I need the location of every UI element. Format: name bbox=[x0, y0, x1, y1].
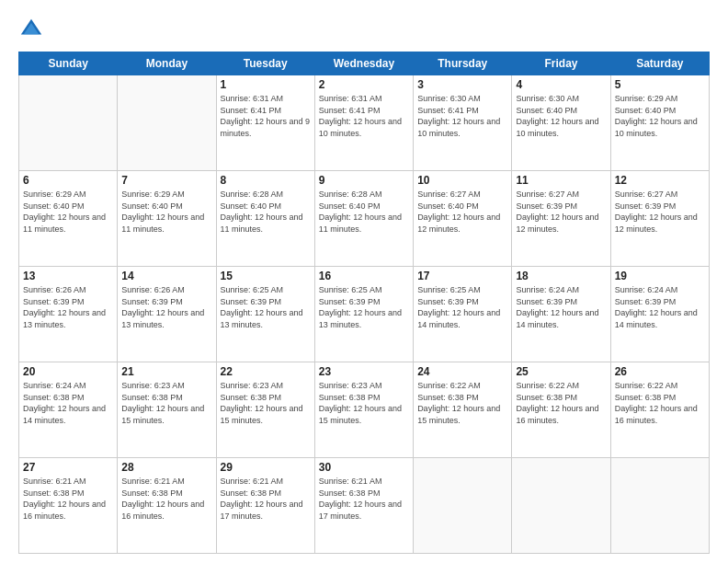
calendar-cell: 25Sunrise: 6:22 AM Sunset: 6:38 PM Dayli… bbox=[512, 362, 610, 458]
day-number: 18 bbox=[516, 270, 606, 282]
day-number: 30 bbox=[319, 461, 409, 474]
day-info: Sunrise: 6:27 AM Sunset: 6:40 PM Dayligh… bbox=[417, 189, 507, 235]
day-info: Sunrise: 6:25 AM Sunset: 6:39 PM Dayligh… bbox=[319, 284, 409, 330]
day-info: Sunrise: 6:24 AM Sunset: 6:38 PM Dayligh… bbox=[23, 380, 113, 426]
calendar-cell: 2Sunrise: 6:31 AM Sunset: 6:41 PM Daylig… bbox=[314, 75, 413, 171]
day-info: Sunrise: 6:21 AM Sunset: 6:38 PM Dayligh… bbox=[121, 476, 211, 522]
calendar-cell: 23Sunrise: 6:23 AM Sunset: 6:38 PM Dayli… bbox=[314, 362, 413, 458]
calendar-cell: 6Sunrise: 6:29 AM Sunset: 6:40 PM Daylig… bbox=[19, 171, 118, 267]
day-number: 19 bbox=[615, 270, 705, 282]
day-info: Sunrise: 6:23 AM Sunset: 6:38 PM Dayligh… bbox=[221, 380, 311, 426]
day-info: Sunrise: 6:28 AM Sunset: 6:40 PM Dayligh… bbox=[319, 189, 409, 235]
day-info: Sunrise: 6:24 AM Sunset: 6:39 PM Dayligh… bbox=[516, 284, 606, 330]
day-info: Sunrise: 6:31 AM Sunset: 6:41 PM Dayligh… bbox=[221, 93, 311, 139]
day-number: 20 bbox=[23, 365, 113, 378]
calendar-week-1: 1Sunrise: 6:31 AM Sunset: 6:41 PM Daylig… bbox=[19, 75, 710, 171]
calendar-cell bbox=[118, 75, 216, 171]
calendar-cell bbox=[19, 75, 118, 171]
day-number: 2 bbox=[319, 78, 409, 91]
calendar-cell: 26Sunrise: 6:22 AM Sunset: 6:38 PM Dayli… bbox=[610, 362, 709, 458]
day-header-tuesday: Tuesday bbox=[216, 52, 314, 75]
day-number: 14 bbox=[121, 270, 211, 282]
calendar-cell: 29Sunrise: 6:21 AM Sunset: 6:38 PM Dayli… bbox=[216, 458, 314, 554]
calendar-cell: 7Sunrise: 6:29 AM Sunset: 6:40 PM Daylig… bbox=[118, 171, 216, 267]
day-info: Sunrise: 6:21 AM Sunset: 6:38 PM Dayligh… bbox=[221, 476, 311, 522]
day-info: Sunrise: 6:26 AM Sunset: 6:39 PM Dayligh… bbox=[23, 284, 113, 330]
day-info: Sunrise: 6:29 AM Sunset: 6:40 PM Dayligh… bbox=[615, 93, 705, 139]
calendar-cell: 5Sunrise: 6:29 AM Sunset: 6:40 PM Daylig… bbox=[610, 75, 709, 171]
calendar-cell bbox=[414, 458, 512, 554]
day-number: 7 bbox=[121, 174, 211, 187]
day-number: 24 bbox=[417, 365, 507, 378]
calendar-cell: 12Sunrise: 6:27 AM Sunset: 6:39 PM Dayli… bbox=[610, 171, 709, 267]
day-number: 8 bbox=[221, 174, 311, 187]
calendar-cell: 11Sunrise: 6:27 AM Sunset: 6:39 PM Dayli… bbox=[512, 171, 610, 267]
calendar-cell: 21Sunrise: 6:23 AM Sunset: 6:38 PM Dayli… bbox=[118, 362, 216, 458]
day-info: Sunrise: 6:29 AM Sunset: 6:40 PM Dayligh… bbox=[121, 189, 211, 235]
day-number: 25 bbox=[516, 365, 606, 378]
logo bbox=[18, 17, 48, 42]
calendar-cell: 24Sunrise: 6:22 AM Sunset: 6:38 PM Dayli… bbox=[414, 362, 512, 458]
day-info: Sunrise: 6:30 AM Sunset: 6:41 PM Dayligh… bbox=[417, 93, 507, 139]
day-number: 3 bbox=[417, 78, 507, 91]
day-info: Sunrise: 6:30 AM Sunset: 6:40 PM Dayligh… bbox=[516, 93, 606, 139]
day-info: Sunrise: 6:22 AM Sunset: 6:38 PM Dayligh… bbox=[417, 380, 507, 426]
day-info: Sunrise: 6:23 AM Sunset: 6:38 PM Dayligh… bbox=[319, 380, 409, 426]
day-info: Sunrise: 6:31 AM Sunset: 6:41 PM Dayligh… bbox=[319, 93, 409, 139]
day-number: 4 bbox=[516, 78, 606, 91]
day-info: Sunrise: 6:22 AM Sunset: 6:38 PM Dayligh… bbox=[516, 380, 606, 426]
calendar-cell: 4Sunrise: 6:30 AM Sunset: 6:40 PM Daylig… bbox=[512, 75, 610, 171]
day-info: Sunrise: 6:27 AM Sunset: 6:39 PM Dayligh… bbox=[516, 189, 606, 235]
day-header-thursday: Thursday bbox=[414, 52, 512, 75]
day-number: 10 bbox=[417, 174, 507, 187]
logo-icon bbox=[18, 17, 44, 42]
calendar-table: SundayMondayTuesdayWednesdayThursdayFrid… bbox=[18, 52, 710, 554]
day-number: 6 bbox=[23, 174, 113, 187]
header bbox=[18, 17, 710, 42]
calendar-cell bbox=[610, 458, 709, 554]
day-info: Sunrise: 6:26 AM Sunset: 6:39 PM Dayligh… bbox=[121, 284, 211, 330]
day-info: Sunrise: 6:22 AM Sunset: 6:38 PM Dayligh… bbox=[615, 380, 705, 426]
day-info: Sunrise: 6:21 AM Sunset: 6:38 PM Dayligh… bbox=[319, 476, 409, 522]
day-info: Sunrise: 6:28 AM Sunset: 6:40 PM Dayligh… bbox=[221, 189, 311, 235]
calendar-cell: 19Sunrise: 6:24 AM Sunset: 6:39 PM Dayli… bbox=[610, 267, 709, 362]
calendar-week-4: 20Sunrise: 6:24 AM Sunset: 6:38 PM Dayli… bbox=[19, 362, 710, 458]
day-number: 21 bbox=[121, 365, 211, 378]
day-header-sunday: Sunday bbox=[19, 52, 118, 75]
day-info: Sunrise: 6:24 AM Sunset: 6:39 PM Dayligh… bbox=[615, 284, 705, 330]
calendar-cell: 15Sunrise: 6:25 AM Sunset: 6:39 PM Dayli… bbox=[216, 267, 314, 362]
calendar-cell: 1Sunrise: 6:31 AM Sunset: 6:41 PM Daylig… bbox=[216, 75, 314, 171]
calendar-week-3: 13Sunrise: 6:26 AM Sunset: 6:39 PM Dayli… bbox=[19, 267, 710, 362]
day-number: 28 bbox=[121, 461, 211, 474]
day-info: Sunrise: 6:21 AM Sunset: 6:38 PM Dayligh… bbox=[23, 476, 113, 522]
day-number: 17 bbox=[417, 270, 507, 282]
calendar-cell: 9Sunrise: 6:28 AM Sunset: 6:40 PM Daylig… bbox=[314, 171, 413, 267]
calendar-cell: 18Sunrise: 6:24 AM Sunset: 6:39 PM Dayli… bbox=[512, 267, 610, 362]
calendar-cell: 8Sunrise: 6:28 AM Sunset: 6:40 PM Daylig… bbox=[216, 171, 314, 267]
calendar-cell: 27Sunrise: 6:21 AM Sunset: 6:38 PM Dayli… bbox=[19, 458, 118, 554]
day-number: 16 bbox=[319, 270, 409, 282]
calendar-cell: 16Sunrise: 6:25 AM Sunset: 6:39 PM Dayli… bbox=[314, 267, 413, 362]
calendar-cell: 10Sunrise: 6:27 AM Sunset: 6:40 PM Dayli… bbox=[414, 171, 512, 267]
calendar-cell: 28Sunrise: 6:21 AM Sunset: 6:38 PM Dayli… bbox=[118, 458, 216, 554]
day-info: Sunrise: 6:27 AM Sunset: 6:39 PM Dayligh… bbox=[615, 189, 705, 235]
day-info: Sunrise: 6:23 AM Sunset: 6:38 PM Dayligh… bbox=[121, 380, 211, 426]
day-info: Sunrise: 6:29 AM Sunset: 6:40 PM Dayligh… bbox=[23, 189, 113, 235]
day-number: 23 bbox=[319, 365, 409, 378]
calendar-week-5: 27Sunrise: 6:21 AM Sunset: 6:38 PM Dayli… bbox=[19, 458, 710, 554]
calendar-cell: 22Sunrise: 6:23 AM Sunset: 6:38 PM Dayli… bbox=[216, 362, 314, 458]
page: SundayMondayTuesdayWednesdayThursdayFrid… bbox=[0, 0, 728, 563]
day-number: 9 bbox=[319, 174, 409, 187]
day-number: 5 bbox=[615, 78, 705, 91]
day-header-friday: Friday bbox=[512, 52, 610, 75]
calendar-cell: 20Sunrise: 6:24 AM Sunset: 6:38 PM Dayli… bbox=[19, 362, 118, 458]
calendar-header-row: SundayMondayTuesdayWednesdayThursdayFrid… bbox=[19, 52, 710, 75]
day-header-saturday: Saturday bbox=[610, 52, 709, 75]
calendar-cell: 13Sunrise: 6:26 AM Sunset: 6:39 PM Dayli… bbox=[19, 267, 118, 362]
day-number: 12 bbox=[615, 174, 705, 187]
calendar-cell bbox=[512, 458, 610, 554]
day-number: 13 bbox=[23, 270, 113, 282]
calendar-cell: 17Sunrise: 6:25 AM Sunset: 6:39 PM Dayli… bbox=[414, 267, 512, 362]
day-header-monday: Monday bbox=[118, 52, 216, 75]
calendar-cell: 3Sunrise: 6:30 AM Sunset: 6:41 PM Daylig… bbox=[414, 75, 512, 171]
